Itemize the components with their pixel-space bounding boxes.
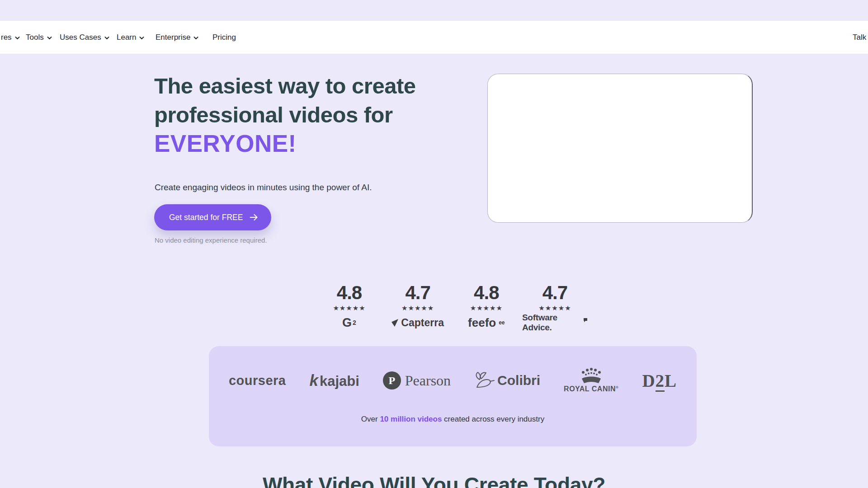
pearson-p-icon: P (383, 371, 401, 389)
nav-item-label: Talk (853, 33, 866, 42)
hero-title: The easiest way to create professional v… (154, 71, 416, 159)
nav-item-label: Pricing (212, 33, 236, 42)
nav-item-pricing[interactable]: Pricing (212, 21, 236, 54)
rating-score: 4.8 (474, 283, 499, 302)
hero-title-line1: The easiest way to create (154, 74, 416, 98)
customer-logos-row: coursera k kajabi P Pearson Colibri (209, 368, 697, 393)
pearson-logo: P Pearson (383, 371, 451, 389)
rating-score: 4.8 (337, 283, 362, 302)
ratings-row: 4.8 ★★★★★ G2 4.7 ★★★★★ Capterra 4.8 ★★★★… (316, 283, 588, 329)
ten-million-videos-link[interactable]: 10 million videos (380, 415, 442, 423)
hero-video-player[interactable] (487, 74, 753, 223)
capterra-flag-icon (392, 319, 399, 327)
nav-item-label: Uses Cases (60, 33, 101, 42)
top-navbar: res Tools Uses Cases Learn Enterprise Pr… (0, 21, 868, 54)
royal-canin-wordmark: ROYAL CANIN® (564, 385, 618, 393)
get-started-label: Get started for FREE (169, 213, 243, 222)
nav-item-talk[interactable]: Talk (853, 21, 866, 54)
rating-stars: ★★★★★ (333, 305, 365, 312)
kajabi-logo: k kajabi (309, 371, 359, 389)
nav-item-label: res (1, 33, 12, 42)
next-section-heading: What Video Will You Create Today? (263, 473, 605, 488)
nav-item-tools[interactable]: Tools (26, 21, 52, 54)
g2-logo: G2 (342, 316, 356, 329)
rating-feefo[interactable]: 4.8 ★★★★★ feefoee (453, 283, 519, 329)
rating-capterra[interactable]: 4.7 ★★★★★ Capterra (385, 283, 451, 329)
rating-score: 4.7 (405, 283, 430, 302)
videos-count-caption: Over 10 million videos created across ev… (209, 415, 697, 424)
chevron-down-icon (139, 36, 144, 40)
customer-logos-band: coursera k kajabi P Pearson Colibri (209, 346, 697, 446)
nav-item-label: Enterprise (156, 33, 190, 42)
get-started-button[interactable]: Get started for FREE (154, 204, 271, 230)
cta-note: No video editing experience required. (155, 236, 267, 244)
nav-item-features[interactable]: res (1, 21, 20, 54)
speech-bubble-icon (583, 318, 588, 323)
feefo-logo: feefoee (468, 316, 505, 329)
royal-canin-logo: ROYAL CANIN® (564, 368, 618, 393)
capterra-logo: Capterra (392, 316, 444, 329)
rating-software-advice[interactable]: 4.7 ★★★★★ Software Advice. (522, 283, 588, 329)
d2l-logo: D2L (642, 371, 677, 391)
nav-item-use-cases[interactable]: Uses Cases (60, 21, 109, 54)
chevron-down-icon (104, 36, 109, 40)
kajabi-k-icon: k (309, 371, 318, 389)
rating-g2[interactable]: 4.8 ★★★★★ G2 (316, 283, 382, 329)
crown-icon (577, 368, 606, 384)
hero-title-line2: professional videos for (154, 103, 393, 127)
chevron-down-icon (193, 36, 198, 40)
hero-title-accent: EVERYONE! (154, 130, 297, 157)
nav-item-label: Tools (26, 33, 44, 42)
nav-item-learn[interactable]: Learn (117, 21, 144, 54)
colibri-logo: Colibri (474, 371, 540, 390)
arrow-right-icon (249, 213, 259, 221)
chevron-down-icon (15, 36, 20, 40)
coursera-logo: coursera (229, 373, 286, 388)
chevron-down-icon (47, 36, 52, 40)
rating-stars: ★★★★★ (470, 305, 503, 312)
nav-item-enterprise[interactable]: Enterprise (156, 21, 198, 54)
hero-subtitle: Create engaging videos in minutes using … (155, 183, 372, 192)
software-advice-logo: Software Advice. (522, 316, 588, 329)
hummingbird-icon (474, 371, 495, 390)
rating-stars: ★★★★★ (401, 305, 434, 312)
rating-score: 4.7 (542, 283, 567, 302)
nav-item-label: Learn (117, 33, 136, 42)
rating-stars: ★★★★★ (538, 305, 571, 312)
